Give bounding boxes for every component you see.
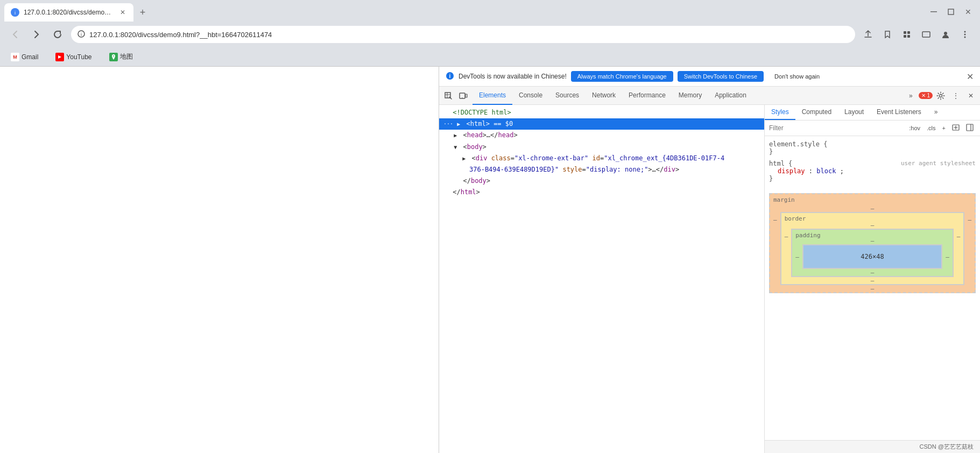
tree-arrow-body[interactable]: ▼: [454, 143, 459, 152]
notification-close-button[interactable]: ✕: [967, 72, 974, 82]
maximize-button[interactable]: [943, 4, 958, 19]
inspect-element-icon[interactable]: [441, 89, 455, 103]
close-devtools-button[interactable]: ✕: [964, 89, 978, 103]
body-close-line[interactable]: </body>: [439, 175, 764, 187]
svg-point-13: [964, 34, 966, 36]
back-button[interactable]: [6, 26, 24, 43]
more-options-button[interactable]: ⋮: [949, 89, 963, 103]
svg-rect-19: [466, 94, 467, 97]
devtools-tabs: Elements Console Sources Network Perform…: [439, 87, 980, 105]
menu-icon[interactable]: [956, 26, 974, 43]
tab-performance[interactable]: Performance: [622, 87, 672, 105]
div-line-cont[interactable]: 376-B494-639E489D19ED}" style="display: …: [439, 164, 764, 175]
tab-memory[interactable]: Memory: [672, 87, 708, 105]
head-line[interactable]: ▶ <head>…</head>: [439, 130, 764, 141]
div-line[interactable]: ▶ <div class="xl-chrome-ext-bar" id="xl_…: [439, 153, 764, 164]
bookmarks-bar: M Gmail ▶ YouTube 地图: [0, 47, 980, 67]
div-tag-cont: 376-B494-639E489D19ED}" style="display: …: [469, 166, 679, 173]
footer-text: CSDN @艺艺艺菇枝: [920, 443, 974, 450]
more-tabs-button[interactable]: »: [904, 89, 918, 103]
tab-console[interactable]: Console: [512, 87, 549, 105]
tab-network[interactable]: Network: [586, 87, 622, 105]
box-model: margin – – border –: [769, 193, 976, 293]
profile-icon[interactable]: [937, 26, 954, 43]
styles-tab-event-listeners[interactable]: Event Listeners: [870, 105, 928, 120]
tree-arrow-head[interactable]: ▶: [454, 131, 459, 140]
padding-label: padding: [795, 232, 820, 239]
tab-elements[interactable]: Elements: [473, 87, 512, 105]
tab-sources[interactable]: Sources: [549, 87, 586, 105]
tab-title: 127.0.0.1:8020/divcss/demo9.h...: [24, 9, 114, 16]
always-match-language-button[interactable]: Always match Chrome's language: [571, 71, 673, 82]
bookmark-youtube[interactable]: ▶ YouTube: [51, 51, 96, 63]
body-line[interactable]: ▼ <body>: [439, 141, 764, 153]
footer: CSDN @艺艺艺菇枝: [765, 440, 980, 453]
html-line[interactable]: ··· ▶ <html> == $0: [439, 118, 764, 130]
url-bar[interactable]: i 127.0.0.1:8020/divcss/demo9.html?__hbt…: [71, 26, 855, 43]
devtools-panel-area: <!DOCTYPE html> ··· ▶ <html> == $0 ▶: [439, 105, 980, 453]
element-style-close: }: [769, 148, 976, 155]
tree-arrow-html[interactable]: ▶: [457, 120, 462, 129]
toggle-sidebar-button[interactable]: [964, 123, 976, 133]
new-tab-button[interactable]: +: [133, 3, 152, 22]
hov-button[interactable]: :hov: [907, 124, 922, 132]
doctype-line[interactable]: <!DOCTYPE html>: [439, 107, 764, 118]
cast-icon[interactable]: [918, 26, 935, 43]
svg-point-20: [462, 97, 463, 98]
svg-rect-23: [967, 124, 973, 131]
html-selector: html { user agent stylesheet: [769, 160, 976, 167]
styles-tab-computed[interactable]: Computed: [795, 105, 838, 120]
styles-filter-input[interactable]: [769, 124, 905, 132]
settings-button[interactable]: [934, 89, 948, 103]
styles-tabs: Styles Computed Layout Event Listeners »: [765, 105, 980, 121]
html-close-line[interactable]: </html>: [439, 187, 764, 198]
forward-button[interactable]: [28, 26, 45, 43]
bookmark-icon[interactable]: [879, 26, 896, 43]
notification-bar: i DevTools is now available in Chinese! …: [439, 67, 980, 87]
minimize-button[interactable]: [926, 4, 941, 19]
tab-close-button[interactable]: ✕: [118, 8, 127, 17]
new-style-rule-button[interactable]: [950, 123, 962, 133]
tree-arrow-div[interactable]: ▶: [462, 154, 468, 163]
bookmark-maps[interactable]: 地图: [105, 50, 137, 63]
svg-text:i: i: [449, 73, 451, 79]
svg-point-14: [964, 37, 966, 38]
svg-rect-8: [904, 35, 906, 38]
html-tree[interactable]: <!DOCTYPE html> ··· ▶ <html> == $0 ▶: [439, 105, 764, 453]
svg-point-12: [964, 31, 966, 33]
bookmark-gmail[interactable]: M Gmail: [6, 51, 43, 63]
svg-rect-7: [907, 31, 910, 34]
padding-bottom: –: [871, 269, 875, 276]
padding-right: –: [942, 253, 953, 260]
styles-tab-layout[interactable]: Layout: [838, 105, 870, 120]
styles-tab-styles[interactable]: Styles: [765, 105, 795, 120]
html-style-rule: html { user agent stylesheet display : b…: [765, 158, 980, 185]
margin-bottom: –: [871, 285, 875, 292]
tab-application[interactable]: Application: [708, 87, 753, 105]
padding-top: –: [871, 237, 875, 244]
element-style-selector: element.style {: [769, 140, 976, 148]
cls-button[interactable]: .cls: [925, 124, 938, 132]
padding-left: –: [792, 253, 802, 260]
browser-tab[interactable]: i 127.0.0.1:8020/divcss/demo9.h... ✕: [4, 3, 133, 22]
styles-filter: :hov .cls +: [765, 121, 980, 136]
add-style-button[interactable]: +: [940, 124, 948, 132]
page-content: [0, 67, 439, 453]
share-icon[interactable]: [859, 26, 877, 43]
tree-arrow: [443, 109, 449, 117]
switch-to-chinese-button[interactable]: Switch DevTools to Chinese: [678, 71, 764, 82]
extension-icon[interactable]: [898, 26, 915, 43]
close-window-button[interactable]: ✕: [961, 4, 976, 19]
svg-text:i: i: [15, 10, 16, 16]
device-toolbar-icon[interactable]: [456, 89, 470, 103]
margin-right: –: [964, 212, 975, 285]
margin-left: –: [770, 212, 780, 285]
notification-text: DevTools is now available in Chinese!: [459, 73, 567, 80]
styles-tab-more[interactable]: »: [928, 105, 944, 120]
styles-content: element.style { } html { user agent styl…: [765, 136, 980, 440]
reload-button[interactable]: [50, 26, 67, 43]
devtools-more-controls: » ✕ 1 ⋮ ✕: [901, 89, 980, 103]
dont-show-again-button[interactable]: Don't show again: [768, 71, 826, 82]
tab-bar: i 127.0.0.1:8020/divcss/demo9.h... ✕ + ✕: [0, 0, 980, 22]
svg-rect-3: [948, 9, 954, 15]
